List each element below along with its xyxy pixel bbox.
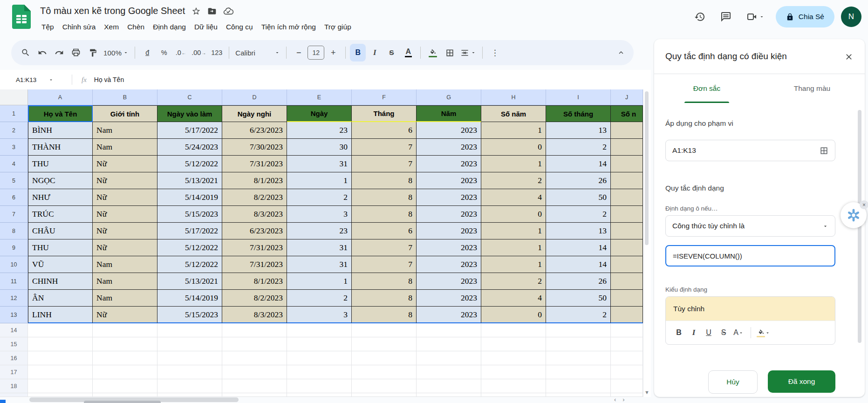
table-header-cell-J1[interactable]: Số n xyxy=(611,105,643,122)
cell-H4[interactable]: 1 xyxy=(481,156,546,172)
row-header-19[interactable] xyxy=(0,393,28,397)
cell-B3[interactable]: Nam xyxy=(93,139,157,156)
increase-decimal-button[interactable]: .00→ xyxy=(190,44,208,61)
cell-C2[interactable]: 5/17/2022 xyxy=(157,122,222,139)
column-header-A[interactable]: A xyxy=(28,89,93,105)
menu-trợ-giúp[interactable]: Trợ giúp xyxy=(320,21,355,33)
empty-cell-J17[interactable] xyxy=(611,365,643,379)
empty-cell-C18[interactable] xyxy=(157,379,222,393)
cell-D8[interactable]: 6/23/2023 xyxy=(222,223,287,239)
cell-I13[interactable]: 2 xyxy=(546,307,611,323)
sheets-logo[interactable] xyxy=(12,5,31,29)
empty-cell-G17[interactable] xyxy=(417,365,481,379)
cell-E4[interactable]: 31 xyxy=(287,156,352,172)
cell-J11[interactable] xyxy=(611,273,643,290)
increase-font-size-button[interactable]: + xyxy=(325,44,341,61)
cell-E9[interactable]: 31 xyxy=(287,239,352,256)
table-header-cell-B1[interactable]: Giới tính xyxy=(93,105,157,122)
row-header-18[interactable]: 18 xyxy=(0,379,28,393)
cell-E8[interactable]: 23 xyxy=(287,223,352,239)
cell-I6[interactable]: 50 xyxy=(546,189,611,206)
cell-J9[interactable] xyxy=(611,239,643,256)
cloud-saved-icon[interactable] xyxy=(223,6,233,16)
panel-bold-button[interactable]: B xyxy=(672,325,685,340)
cell-C12[interactable]: 5/14/2019 xyxy=(157,290,222,307)
cell-G6[interactable]: 2023 xyxy=(417,189,481,206)
cell-J4[interactable] xyxy=(611,156,643,172)
cell-D4[interactable]: 7/31/2023 xyxy=(222,156,287,172)
row-header-2[interactable]: 2 xyxy=(0,122,28,139)
menu-xem[interactable]: Xem xyxy=(100,21,123,33)
cell-D12[interactable]: 8/2/2023 xyxy=(222,290,287,307)
empty-cell-F15[interactable] xyxy=(352,337,417,351)
borders-button[interactable] xyxy=(442,44,458,61)
condition-select[interactable]: Công thức tùy chỉnh là xyxy=(665,215,835,237)
table-header-cell-A1[interactable]: Họ và Tên xyxy=(28,105,93,122)
menu-tệp[interactable]: Tệp xyxy=(37,21,58,33)
cell-I3[interactable]: 2 xyxy=(546,139,611,156)
horizontal-scroll-arrows-icon[interactable]: ‹› xyxy=(614,396,631,403)
cell-F6[interactable]: 8 xyxy=(352,189,417,206)
row-header-14[interactable]: 14 xyxy=(0,323,28,337)
cell-H11[interactable]: 2 xyxy=(481,273,546,290)
empty-cell-H17[interactable] xyxy=(481,365,546,379)
cell-A10[interactable]: VŨ xyxy=(28,256,93,273)
cell-A13[interactable]: LINH xyxy=(28,307,93,323)
column-header-D[interactable]: D xyxy=(222,89,287,105)
formula-input[interactable]: Họ và Tên xyxy=(94,76,124,83)
row-header-12[interactable]: 12 xyxy=(0,290,28,307)
empty-cell-B17[interactable] xyxy=(93,365,157,379)
empty-cell-C15[interactable] xyxy=(157,337,222,351)
cell-G4[interactable]: 2023 xyxy=(417,156,481,172)
empty-cell-F16[interactable] xyxy=(352,351,417,365)
empty-cell-E15[interactable] xyxy=(287,337,352,351)
empty-cell-B14[interactable] xyxy=(93,323,157,337)
cell-H7[interactable]: 0 xyxy=(481,206,546,223)
cell-F13[interactable]: 8 xyxy=(352,307,417,323)
empty-cell-E14[interactable] xyxy=(287,323,352,337)
cell-H10[interactable]: 1 xyxy=(481,256,546,273)
cell-C4[interactable]: 5/12/2022 xyxy=(157,156,222,172)
empty-cell-J18[interactable] xyxy=(611,379,643,393)
row-header-3[interactable]: 3 xyxy=(0,139,28,156)
cell-E13[interactable]: 3 xyxy=(287,307,352,323)
empty-cell-H18[interactable] xyxy=(481,379,546,393)
strikethrough-button[interactable]: S xyxy=(383,44,399,61)
cell-F3[interactable]: 7 xyxy=(352,139,417,156)
cell-J5[interactable] xyxy=(611,172,643,189)
menu-chỉnh-sửa[interactable]: Chỉnh sửa xyxy=(58,21,100,33)
empty-cell-J16[interactable] xyxy=(611,351,643,365)
cell-C9[interactable]: 5/12/2022 xyxy=(157,239,222,256)
cell-A9[interactable]: THU xyxy=(28,239,93,256)
cell-B2[interactable]: Nam xyxy=(93,122,157,139)
empty-cell-D16[interactable] xyxy=(222,351,287,365)
column-header-I[interactable]: I xyxy=(546,89,611,105)
cell-H9[interactable]: 1 xyxy=(481,239,546,256)
cell-I7[interactable]: 2 xyxy=(546,206,611,223)
column-header-F[interactable]: F xyxy=(352,89,417,105)
cell-G5[interactable]: 2023 xyxy=(417,172,481,189)
panel-underline-button[interactable]: U xyxy=(702,325,715,340)
empty-cell-D18[interactable] xyxy=(222,379,287,393)
cell-A2[interactable]: BÌNH xyxy=(28,122,93,139)
cell-E7[interactable]: 3 xyxy=(287,206,352,223)
cell-D9[interactable]: 7/31/2023 xyxy=(222,239,287,256)
select-all-corner[interactable] xyxy=(0,89,28,105)
column-header-J[interactable]: J xyxy=(611,89,643,105)
empty-cell-D15[interactable] xyxy=(222,337,287,351)
empty-cell-F19[interactable] xyxy=(352,393,417,397)
empty-cell-A19[interactable] xyxy=(28,393,93,397)
cell-A12[interactable]: ÂN xyxy=(28,290,93,307)
column-header-C[interactable]: C xyxy=(157,89,222,105)
cell-D10[interactable]: 7/31/2023 xyxy=(222,256,287,273)
cell-C5[interactable]: 5/13/2021 xyxy=(157,172,222,189)
cell-I2[interactable]: 13 xyxy=(546,122,611,139)
cell-H8[interactable]: 1 xyxy=(481,223,546,239)
empty-cell-F18[interactable] xyxy=(352,379,417,393)
empty-cell-I17[interactable] xyxy=(546,365,611,379)
comments-icon[interactable] xyxy=(716,7,736,27)
more-toolbar-options-icon[interactable]: ⋮ xyxy=(487,44,503,61)
move-folder-icon[interactable] xyxy=(207,7,217,16)
panel-italic-button[interactable]: I xyxy=(687,325,700,340)
cell-A5[interactable]: NGỌC xyxy=(28,172,93,189)
